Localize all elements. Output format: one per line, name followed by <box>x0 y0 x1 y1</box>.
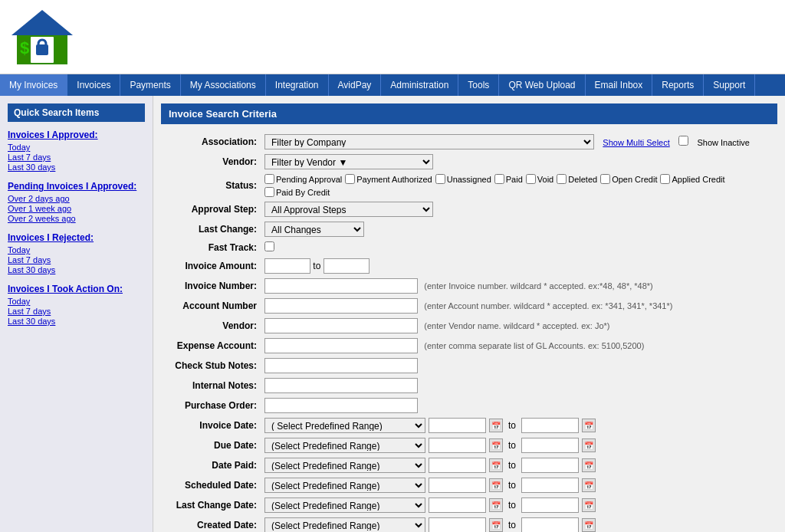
due-date-from-cal[interactable]: 📅 <box>489 438 503 452</box>
account-number-input[interactable] <box>264 298 418 314</box>
nav-avidpay[interactable]: AvidPay <box>329 74 382 96</box>
status-void-cb[interactable] <box>526 174 536 184</box>
status-applied-credit-cb[interactable] <box>660 174 670 184</box>
status-pending-approval-cb[interactable] <box>264 174 274 184</box>
expense-account-input[interactable] <box>264 338 418 353</box>
nav-tools[interactable]: Tools <box>458 74 499 96</box>
date-paid-range-select[interactable]: (Select Predefined Range) <box>264 458 425 473</box>
due-date-label: Due Date: <box>161 435 261 455</box>
sidebar-rejected-30days[interactable]: Last 30 days <box>8 265 145 274</box>
nav-administration[interactable]: Administration <box>381 74 458 96</box>
nav-integration[interactable]: Integration <box>266 74 329 96</box>
sidebar-pending-2days[interactable]: Over 2 days ago <box>8 194 145 203</box>
fast-track-checkbox[interactable] <box>264 241 274 251</box>
content-area: Invoice Search Criteria Association: Fil… <box>153 96 785 532</box>
sidebar-action-30days[interactable]: Last 30 days <box>8 317 145 326</box>
status-open-credit-cb[interactable] <box>600 174 610 184</box>
invoice-amount-label: Invoice Amount: <box>161 256 261 276</box>
sidebar-title: Quick Search Items <box>8 103 145 122</box>
show-multi-select-link[interactable]: Show Multi Select <box>603 138 669 147</box>
invoice-date-from[interactable] <box>429 418 486 433</box>
fast-track-row: Fast Track: <box>161 239 777 256</box>
nav-support[interactable]: Support <box>704 74 755 96</box>
status-void: Void <box>526 174 553 184</box>
status-paid-cb[interactable] <box>494 174 504 184</box>
expense-account-hint: (enter comma separate list of GL Account… <box>424 341 644 350</box>
last-change-select[interactable]: All Changes <box>264 222 364 237</box>
nav-qr-web-upload[interactable]: QR Web Upload <box>499 74 585 96</box>
created-date-range-select[interactable]: (Select Predefined Range) <box>264 517 425 532</box>
last-change-date-from-cal[interactable]: 📅 <box>489 498 503 512</box>
status-deleted: Deleted <box>557 174 597 184</box>
vendor-select[interactable]: Filter by Vendor ▼ <box>264 154 433 169</box>
show-inactive-label: Show Inactive <box>697 138 749 147</box>
sidebar-pending-title[interactable]: Pending Invoices I Approved: <box>8 181 145 192</box>
date-paid-to-cal[interactable]: 📅 <box>582 458 596 472</box>
last-change-date-to-cal[interactable]: 📅 <box>582 498 596 512</box>
due-date-to-label: to <box>508 440 516 451</box>
sidebar-section-pending: Pending Invoices I Approved: Over 2 days… <box>8 181 145 223</box>
sidebar-approved-today[interactable]: Today <box>8 143 145 152</box>
status-applied-credit: Applied Credit <box>660 174 724 184</box>
nav-payments[interactable]: Payments <box>120 74 180 96</box>
status-payment-authorized-cb[interactable] <box>345 174 355 184</box>
approval-step-select[interactable]: All Approval Steps <box>264 202 433 217</box>
sidebar-rejected-today[interactable]: Today <box>8 245 145 255</box>
sidebar-action-7days[interactable]: Last 7 days <box>8 307 145 316</box>
sidebar-approved-30days[interactable]: Last 30 days <box>8 163 145 172</box>
invoice-date-range-select[interactable]: ( Select Predefined Range) <box>264 418 425 433</box>
scheduled-date-from[interactable] <box>429 478 486 493</box>
purchase-order-label: Purchase Order: <box>161 396 261 415</box>
sidebar-rejected-7days[interactable]: Last 7 days <box>8 255 145 264</box>
invoice-amount-from[interactable] <box>264 258 310 274</box>
sidebar-approved-7days[interactable]: Last 7 days <box>8 153 145 162</box>
invoice-date-to-cal[interactable]: 📅 <box>582 419 596 432</box>
created-date-to-cal[interactable]: 📅 <box>582 518 596 532</box>
last-change-date-to[interactable] <box>521 498 579 513</box>
due-date-row: Due Date: (Select Predefined Range) 📅 to… <box>161 435 777 455</box>
date-paid-from[interactable] <box>429 458 486 473</box>
status-deleted-cb[interactable] <box>557 174 567 184</box>
date-paid-to[interactable] <box>521 458 579 473</box>
created-date-to[interactable] <box>521 517 579 532</box>
sidebar-action-today[interactable]: Today <box>8 297 145 306</box>
last-change-date-from[interactable] <box>429 498 486 513</box>
due-date-from[interactable] <box>429 438 486 453</box>
vendor-field-input[interactable] <box>264 318 418 333</box>
internal-notes-input[interactable] <box>264 378 418 393</box>
scheduled-date-to[interactable] <box>521 478 579 493</box>
status-unassigned-cb[interactable] <box>435 174 445 184</box>
created-date-from-cal[interactable]: 📅 <box>489 518 503 532</box>
invoice-number-input[interactable] <box>264 278 418 294</box>
created-date-from[interactable] <box>429 517 486 532</box>
due-date-to[interactable] <box>521 438 579 453</box>
invoice-date-to[interactable] <box>521 418 579 433</box>
due-date-range-select[interactable]: (Select Predefined Range) <box>264 438 425 453</box>
purchase-order-input[interactable] <box>264 398 418 413</box>
check-stub-notes-input[interactable] <box>264 358 418 373</box>
created-date-row: Created Date: (Select Predefined Range) … <box>161 515 777 532</box>
sidebar-action-title[interactable]: Invoices I Took Action On: <box>8 284 145 294</box>
nav-my-associations[interactable]: My Associations <box>181 74 266 96</box>
status-paid-by-credit-cb[interactable] <box>264 187 274 197</box>
sidebar-pending-1week[interactable]: Over 1 week ago <box>8 204 145 213</box>
approval-step-label: Approval Step: <box>161 199 261 219</box>
scheduled-date-to-cal[interactable]: 📅 <box>582 478 596 492</box>
invoice-amount-to[interactable] <box>324 258 370 274</box>
invoice-date-from-cal[interactable]: 📅 <box>489 419 503 432</box>
account-number-label: Account Number <box>161 296 261 316</box>
association-select[interactable]: Filter by Company <box>264 134 594 149</box>
show-inactive-checkbox[interactable] <box>678 136 688 146</box>
scheduled-date-from-cal[interactable]: 📅 <box>489 478 503 492</box>
nav-my-invoices[interactable]: My Invoices <box>0 74 67 96</box>
sidebar-approved-title[interactable]: Invoices I Approved: <box>8 130 145 140</box>
nav-email-inbox[interactable]: Email Inbox <box>586 74 653 96</box>
last-change-date-range-select[interactable]: (Select Predefined Range) <box>264 498 425 513</box>
nav-invoices[interactable]: Invoices <box>67 74 120 96</box>
sidebar-rejected-title[interactable]: Invoices I Rejected: <box>8 232 145 243</box>
due-date-to-cal[interactable]: 📅 <box>582 438 596 452</box>
scheduled-date-range-select[interactable]: (Select Predefined Range) <box>264 478 425 493</box>
date-paid-from-cal[interactable]: 📅 <box>489 458 503 472</box>
nav-reports[interactable]: Reports <box>652 74 704 96</box>
sidebar-pending-2weeks[interactable]: Over 2 weeks ago <box>8 214 145 223</box>
